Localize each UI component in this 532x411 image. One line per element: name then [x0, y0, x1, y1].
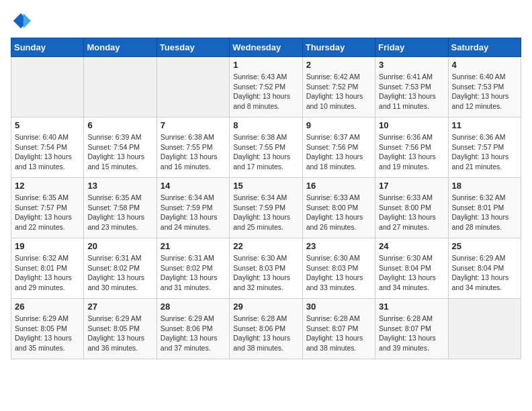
calendar-cell [84, 57, 157, 118]
logo [11, 11, 34, 31]
day-number: 9 [306, 120, 371, 130]
calendar-cell: 30Sunrise: 6:28 AM Sunset: 8:07 PM Dayli… [302, 299, 375, 359]
day-info: Sunrise: 6:29 AM Sunset: 8:05 PM Dayligh… [87, 314, 152, 353]
calendar-cell: 7Sunrise: 6:38 AM Sunset: 7:55 PM Daylig… [157, 118, 229, 178]
day-number: 23 [306, 241, 371, 251]
day-info: Sunrise: 6:30 AM Sunset: 8:04 PM Dayligh… [379, 253, 444, 293]
day-number: 5 [15, 120, 80, 130]
calendar-cell: 2Sunrise: 6:42 AM Sunset: 7:52 PM Daylig… [302, 57, 375, 118]
weekday-header-row: SundayMondayTuesdayWednesdayThursdayFrid… [11, 38, 521, 57]
calendar-cell: 28Sunrise: 6:29 AM Sunset: 8:06 PM Dayli… [157, 299, 229, 359]
day-info: Sunrise: 6:28 AM Sunset: 8:06 PM Dayligh… [233, 314, 298, 353]
calendar-cell [157, 57, 229, 118]
calendar-cell: 19Sunrise: 6:32 AM Sunset: 8:01 PM Dayli… [11, 238, 84, 299]
calendar-cell: 24Sunrise: 6:30 AM Sunset: 8:04 PM Dayli… [375, 238, 448, 299]
day-info: Sunrise: 6:32 AM Sunset: 8:01 PM Dayligh… [15, 253, 80, 293]
day-info: Sunrise: 6:33 AM Sunset: 8:00 PM Dayligh… [306, 193, 371, 232]
day-number: 1 [233, 60, 298, 70]
calendar-cell: 23Sunrise: 6:30 AM Sunset: 8:03 PM Dayli… [302, 238, 375, 299]
day-info: Sunrise: 6:39 AM Sunset: 7:54 PM Dayligh… [87, 132, 152, 172]
calendar-cell: 5Sunrise: 6:40 AM Sunset: 7:54 PM Daylig… [11, 118, 84, 178]
weekday-header: Wednesday [230, 38, 302, 57]
weekday-header: Friday [375, 38, 448, 57]
day-number: 7 [161, 120, 226, 130]
logo-icon [11, 11, 31, 31]
day-number: 24 [379, 241, 444, 251]
day-number: 10 [379, 120, 444, 130]
calendar-cell: 8Sunrise: 6:38 AM Sunset: 7:55 PM Daylig… [230, 118, 302, 178]
calendar-cell: 17Sunrise: 6:33 AM Sunset: 8:00 PM Dayli… [375, 178, 448, 238]
calendar-cell: 3Sunrise: 6:41 AM Sunset: 7:53 PM Daylig… [375, 57, 448, 118]
day-number: 28 [161, 302, 226, 312]
calendar-cell: 15Sunrise: 6:34 AM Sunset: 7:59 PM Dayli… [230, 178, 302, 238]
calendar-cell [11, 57, 84, 118]
day-info: Sunrise: 6:34 AM Sunset: 7:59 PM Dayligh… [233, 193, 298, 232]
calendar-cell: 9Sunrise: 6:37 AM Sunset: 7:56 PM Daylig… [302, 118, 375, 178]
day-info: Sunrise: 6:28 AM Sunset: 8:07 PM Dayligh… [379, 314, 444, 353]
day-info: Sunrise: 6:32 AM Sunset: 8:01 PM Dayligh… [452, 193, 517, 232]
day-number: 20 [87, 241, 152, 251]
day-info: Sunrise: 6:28 AM Sunset: 8:07 PM Dayligh… [306, 314, 371, 353]
calendar-table: SundayMondayTuesdayWednesdayThursdayFrid… [11, 38, 521, 359]
calendar-cell: 12Sunrise: 6:35 AM Sunset: 7:57 PM Dayli… [11, 178, 84, 238]
calendar-cell: 6Sunrise: 6:39 AM Sunset: 7:54 PM Daylig… [84, 118, 157, 178]
day-number: 19 [15, 241, 80, 251]
day-info: Sunrise: 6:38 AM Sunset: 7:55 PM Dayligh… [233, 132, 298, 172]
calendar-week-row: 12Sunrise: 6:35 AM Sunset: 7:57 PM Dayli… [11, 178, 521, 238]
day-number: 30 [306, 302, 371, 312]
calendar-cell: 25Sunrise: 6:29 AM Sunset: 8:04 PM Dayli… [448, 238, 521, 299]
day-number: 6 [87, 120, 152, 130]
day-number: 11 [452, 120, 517, 130]
day-number: 18 [452, 181, 517, 191]
day-number: 14 [161, 181, 226, 191]
day-info: Sunrise: 6:30 AM Sunset: 8:03 PM Dayligh… [306, 253, 371, 293]
weekday-header: Sunday [11, 38, 84, 57]
day-info: Sunrise: 6:31 AM Sunset: 8:02 PM Dayligh… [161, 253, 226, 293]
day-number: 21 [161, 241, 226, 251]
day-number: 12 [15, 181, 80, 191]
calendar-week-row: 1Sunrise: 6:43 AM Sunset: 7:52 PM Daylig… [11, 57, 521, 118]
calendar-cell: 10Sunrise: 6:36 AM Sunset: 7:56 PM Dayli… [375, 118, 448, 178]
day-number: 16 [306, 181, 371, 191]
day-number: 3 [379, 60, 444, 70]
calendar-cell: 13Sunrise: 6:35 AM Sunset: 7:58 PM Dayli… [84, 178, 157, 238]
day-number: 22 [233, 241, 298, 251]
svg-marker-1 [24, 13, 31, 29]
page-header [11, 11, 521, 31]
calendar-cell: 1Sunrise: 6:43 AM Sunset: 7:52 PM Daylig… [230, 57, 302, 118]
day-number: 27 [87, 302, 152, 312]
day-info: Sunrise: 6:36 AM Sunset: 7:57 PM Dayligh… [452, 132, 517, 172]
calendar-cell: 14Sunrise: 6:34 AM Sunset: 7:59 PM Dayli… [157, 178, 229, 238]
day-number: 15 [233, 181, 298, 191]
calendar-cell: 18Sunrise: 6:32 AM Sunset: 8:01 PM Dayli… [448, 178, 521, 238]
day-info: Sunrise: 6:29 AM Sunset: 8:05 PM Dayligh… [15, 314, 80, 353]
calendar-cell: 21Sunrise: 6:31 AM Sunset: 8:02 PM Dayli… [157, 238, 229, 299]
day-number: 29 [233, 302, 298, 312]
calendar-cell: 4Sunrise: 6:40 AM Sunset: 7:53 PM Daylig… [448, 57, 521, 118]
calendar-cell: 11Sunrise: 6:36 AM Sunset: 7:57 PM Dayli… [448, 118, 521, 178]
day-info: Sunrise: 6:34 AM Sunset: 7:59 PM Dayligh… [161, 193, 226, 232]
day-info: Sunrise: 6:35 AM Sunset: 7:58 PM Dayligh… [87, 193, 152, 232]
calendar-cell: 31Sunrise: 6:28 AM Sunset: 8:07 PM Dayli… [375, 299, 448, 359]
day-info: Sunrise: 6:38 AM Sunset: 7:55 PM Dayligh… [161, 132, 226, 172]
calendar-cell: 22Sunrise: 6:30 AM Sunset: 8:03 PM Dayli… [230, 238, 302, 299]
day-info: Sunrise: 6:33 AM Sunset: 8:00 PM Dayligh… [379, 193, 444, 232]
day-number: 2 [306, 60, 371, 70]
calendar-cell [448, 299, 521, 359]
weekday-header: Tuesday [157, 38, 229, 57]
day-info: Sunrise: 6:31 AM Sunset: 8:02 PM Dayligh… [87, 253, 152, 293]
day-number: 31 [379, 302, 444, 312]
day-info: Sunrise: 6:35 AM Sunset: 7:57 PM Dayligh… [15, 193, 80, 232]
day-number: 8 [233, 120, 298, 130]
day-number: 26 [15, 302, 80, 312]
day-info: Sunrise: 6:29 AM Sunset: 8:06 PM Dayligh… [161, 314, 226, 353]
calendar-week-row: 5Sunrise: 6:40 AM Sunset: 7:54 PM Daylig… [11, 118, 521, 178]
day-info: Sunrise: 6:42 AM Sunset: 7:52 PM Dayligh… [306, 72, 371, 111]
day-info: Sunrise: 6:41 AM Sunset: 7:53 PM Dayligh… [379, 72, 444, 111]
day-info: Sunrise: 6:30 AM Sunset: 8:03 PM Dayligh… [233, 253, 298, 293]
calendar-cell: 27Sunrise: 6:29 AM Sunset: 8:05 PM Dayli… [84, 299, 157, 359]
day-number: 17 [379, 181, 444, 191]
calendar-week-row: 19Sunrise: 6:32 AM Sunset: 8:01 PM Dayli… [11, 238, 521, 299]
weekday-header: Thursday [302, 38, 375, 57]
calendar-cell: 20Sunrise: 6:31 AM Sunset: 8:02 PM Dayli… [84, 238, 157, 299]
